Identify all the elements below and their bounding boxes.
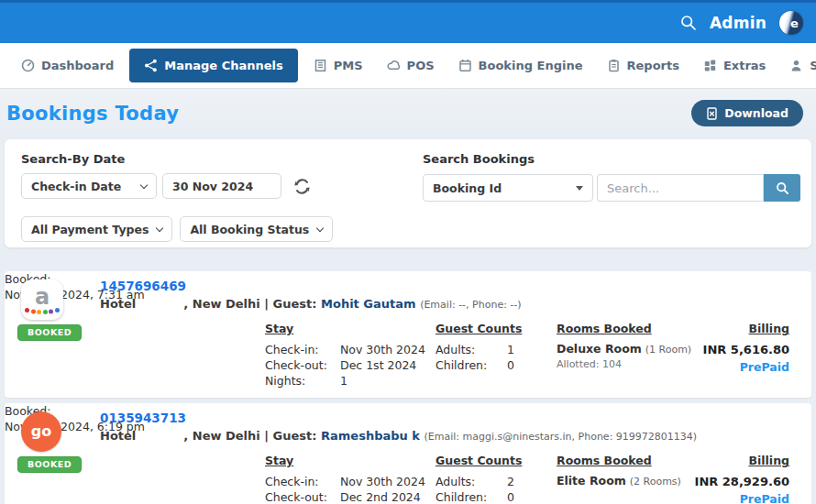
checkin-label: Check-in: <box>265 342 340 357</box>
room-count: (2 Rooms) <box>630 476 681 488</box>
excel-file-icon <box>706 107 718 120</box>
search-field-select[interactable]: Booking Id <box>423 174 593 202</box>
room-count: (1 Room) <box>645 344 691 356</box>
person-icon <box>789 59 803 72</box>
booking-card: go BOOKED 0135943713 Hotel, New Delhi | … <box>5 403 811 504</box>
room-name: Deluxe Room <box>557 342 642 356</box>
nav-label: Dashboard <box>41 59 114 72</box>
topbar: Admin e <box>0 0 816 43</box>
location-text: , New Delhi | <box>183 429 269 443</box>
billing-block: Billing INR 5,616.80 PrePaid <box>703 322 789 374</box>
download-button[interactable]: Download <box>691 100 803 126</box>
billing-block: Billing INR 28,929.60 PrePaid <box>695 454 789 504</box>
goibibo-logo-letters: go <box>31 422 51 440</box>
hotel-prefix: Hotel <box>100 429 136 443</box>
nav-item-pos[interactable]: POS <box>375 51 447 80</box>
checkout-label: Check-out: <box>265 357 340 373</box>
nav-item-dashboard[interactable]: Dashboard <box>9 51 126 80</box>
nav-label: POS <box>407 59 435 72</box>
booking-status-select[interactable]: All Booking Status <box>180 216 333 242</box>
nav-label: Booking Engine <box>479 59 583 72</box>
date-type-value: Check-in Date <box>31 180 121 193</box>
rooms-booked-header: Rooms Booked <box>557 322 691 335</box>
calendar-icon <box>458 59 472 72</box>
date-value: 30 Nov 2024 <box>172 180 253 193</box>
channel-logo-goibibo: go <box>21 411 63 452</box>
nav-label: Reports <box>627 59 679 72</box>
search-icon <box>776 181 789 195</box>
guest-counts-header: Guest Counts <box>436 454 522 467</box>
children-label: Children: <box>436 489 507 504</box>
booking-card: a BOOKED 1457696469 Hotel, New Delhi | G… <box>5 271 811 398</box>
billing-amount: INR 5,616.80 <box>703 342 789 357</box>
guest-name: Mohit Gautam <box>321 297 416 311</box>
hotel-guest-line: Hotel, New Delhi | Guest: Mohit Gautam (… <box>100 297 522 311</box>
billing-amount: INR 28,929.60 <box>695 474 789 489</box>
adults-value: 2 <box>507 474 514 489</box>
guest-contact: (Email: maggi.s@ninestars.in, Phone: 919… <box>425 431 698 443</box>
user-menu[interactable]: Admin <box>710 14 766 32</box>
stay-header: Stay <box>265 322 425 335</box>
guest-name: Rameshbabu k <box>321 429 420 443</box>
hotel-guest-line: Hotel, New Delhi | Guest: Rameshbabu k (… <box>100 429 697 443</box>
refresh-icon[interactable] <box>292 177 312 196</box>
stay-header: Stay <box>265 454 425 467</box>
billing-header: Billing <box>695 454 789 467</box>
status-badge: BOOKED <box>17 456 82 473</box>
nights-value: 1 <box>340 373 347 389</box>
channel-logo-agoda: a <box>21 279 63 320</box>
status-badge: BOOKED <box>17 324 82 341</box>
checkout-value: Dec 2nd 2024 <box>340 489 421 504</box>
nights-label: Nights: <box>265 373 340 389</box>
clipboard-icon <box>607 59 621 72</box>
checkin-label: Check-in: <box>265 474 340 489</box>
search-input[interactable] <box>597 174 764 202</box>
date-type-select[interactable]: Check-in Date <box>21 173 157 199</box>
date-input[interactable]: 30 Nov 2024 <box>162 173 281 199</box>
chevron-down-icon <box>316 224 324 231</box>
gauge-icon <box>21 59 35 72</box>
payment-type: PrePaid <box>695 492 789 504</box>
children-value: 0 <box>507 357 514 373</box>
agoda-logo-dots <box>25 308 60 312</box>
search-button[interactable] <box>764 174 800 202</box>
brand-logo[interactable]: e <box>779 11 803 35</box>
checkin-value: Nov 30th 2024 <box>340 342 425 357</box>
room-allotted: Allotted: 104 <box>557 358 691 370</box>
nav-label: Support <box>810 59 816 72</box>
search-bookings-group: Search Bookings Booking Id <box>423 152 800 202</box>
rooms-booked-header: Rooms Booked <box>557 454 681 467</box>
guest-counts-block: Guest Counts Adults:2 Children:0 <box>436 454 522 504</box>
checkin-value: Nov 30th 2024 <box>340 474 425 489</box>
stay-block: Stay Check-in:Nov 30th 2024 Check-out:De… <box>265 322 425 389</box>
building-icon <box>314 59 327 72</box>
guest-contact: (Email: --, Phone: --) <box>420 299 521 311</box>
nav-item-booking-engine[interactable]: Booking Engine <box>447 51 595 80</box>
guest-label: Guest: <box>273 429 317 443</box>
booking-id-link[interactable]: 1457696469 <box>100 279 186 293</box>
room-name: Elite Room <box>557 474 626 488</box>
nav-item-support[interactable]: Support <box>777 51 816 80</box>
share-icon <box>144 59 158 72</box>
cloud-icon <box>387 59 401 72</box>
adults-label: Adults: <box>436 342 507 357</box>
stay-block: Stay Check-in:Nov 30th 2024 Check-out:De… <box>265 454 425 504</box>
children-value: 0 <box>507 489 514 504</box>
guest-counts-block: Guest Counts Adults:1 Children:0 <box>436 322 522 373</box>
hotel-prefix: Hotel <box>100 297 136 311</box>
nav-item-extras[interactable]: Extras <box>691 51 777 80</box>
payment-types-value: All Payment Types <box>31 223 149 236</box>
booking-id-link[interactable]: 0135943713 <box>100 411 186 425</box>
adults-value: 1 <box>507 342 514 357</box>
nav-label: PMS <box>334 59 363 72</box>
nav-item-pms[interactable]: PMS <box>302 51 375 80</box>
checkout-label: Check-out: <box>265 489 340 504</box>
app-window: Admin e Dashboard Manage Channels <box>0 0 816 504</box>
nav-item-reports[interactable]: Reports <box>595 51 691 80</box>
nav-item-manage-channels[interactable]: Manage Channels <box>129 49 297 82</box>
rooms-booked-block: Rooms Booked Elite Room (2 Rooms) <box>557 454 681 490</box>
download-label: Download <box>724 106 788 120</box>
payment-types-select[interactable]: All Payment Types <box>21 216 172 242</box>
search-icon[interactable] <box>680 15 697 31</box>
agoda-logo-letter: a <box>35 287 50 307</box>
